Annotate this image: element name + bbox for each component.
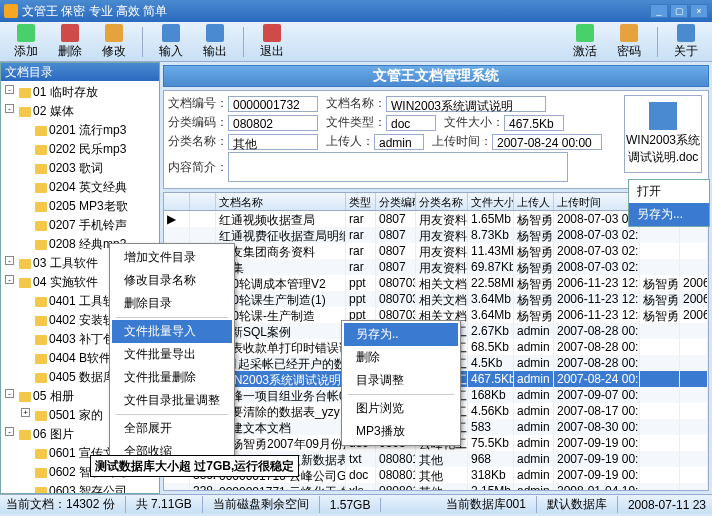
tree-item[interactable]: 0201 流行mp3	[3, 121, 157, 140]
tb-add[interactable]: 添加	[6, 22, 46, 62]
menu-item[interactable]: 修改目录名称	[112, 269, 232, 292]
tb-password[interactable]: 密码	[609, 22, 649, 62]
folder-icon	[35, 487, 47, 493]
menu-item[interactable]: MP3播放	[344, 420, 458, 443]
tb-in[interactable]: 输入	[151, 22, 191, 62]
menu-item[interactable]: 文件批量导入	[112, 320, 232, 343]
delete-icon	[61, 24, 79, 42]
folder-icon	[19, 88, 31, 98]
tb-delete[interactable]: 删除	[50, 22, 90, 62]
table-row[interactable]: 用友集团商务资料rar0807用友资料11.43Mb杨智勇2008-07-03 …	[164, 243, 708, 259]
maximize-button[interactable]: ▢	[670, 4, 688, 18]
folder-icon	[35, 145, 47, 155]
folder-icon	[35, 183, 47, 193]
info-panel: 文档编号：0000001732 文档名称：WIN2003系统调试说明 分类编码：…	[163, 90, 709, 189]
folder-icon	[19, 107, 31, 117]
folder-icon	[19, 259, 31, 269]
preview-box[interactable]: WIN2003系统调试说明.doc	[624, 95, 702, 173]
tb-about[interactable]: 关于	[666, 22, 706, 62]
doc-name-value: WIN2003系统调试说明	[386, 96, 546, 112]
folder-icon	[35, 297, 47, 307]
folder-icon	[35, 373, 47, 383]
folder-icon	[35, 316, 47, 326]
app-banner: 文管王文档管理系统	[163, 65, 709, 87]
folder-icon	[35, 335, 47, 345]
tree-item[interactable]: -01 临时存放	[3, 83, 157, 102]
folder-icon	[35, 411, 47, 421]
tb-activate[interactable]: 激活	[565, 22, 605, 62]
folder-icon	[35, 202, 47, 212]
table-row[interactable]: 33840000001771 云峰化工-物流系统流程设计xls080801其他2…	[164, 483, 708, 491]
table-row[interactable]: 86集rar0807用友资料69.87Kb杨智勇2008-07-03 02:04	[164, 259, 708, 275]
desc-value	[228, 152, 568, 182]
sidebar-header: 文档目录	[1, 63, 159, 81]
tree-item[interactable]: -02 媒体	[3, 102, 157, 121]
window-title: 文管王 保密 专业 高效 简单	[22, 3, 650, 20]
menu-item[interactable]: 删除目录	[112, 292, 232, 315]
preview-actions: 打开 另存为...	[628, 179, 710, 227]
menu-item[interactable]: 增加文件目录	[112, 246, 232, 269]
statusbar: 当前文档：14302 份 共 7.11GB 当前磁盘剩余空间 1.57GB 当前…	[0, 494, 712, 514]
app-icon	[4, 4, 18, 18]
menu-item[interactable]: 图片浏览	[344, 397, 458, 420]
folder-icon	[19, 392, 31, 402]
add-icon	[17, 24, 35, 42]
info-icon	[677, 24, 695, 42]
folder-icon	[35, 126, 47, 136]
menu-item[interactable]: 目录调整	[344, 369, 458, 392]
folder-icon	[35, 164, 47, 174]
minimize-button[interactable]: _	[650, 4, 668, 18]
key-icon	[576, 24, 594, 42]
tree-item[interactable]: 0205 MP3老歌	[3, 197, 157, 216]
menu-item[interactable]: 文件批量导出	[112, 343, 232, 366]
menu-item[interactable]: 删除	[344, 346, 458, 369]
folder-icon	[35, 449, 47, 459]
word-icon	[649, 102, 677, 130]
tree-item[interactable]: 0202 民乐mp3	[3, 140, 157, 159]
lock-icon	[620, 24, 638, 42]
tb-edit[interactable]: 修改	[94, 22, 134, 62]
doc-no-value: 0000001732	[228, 96, 318, 112]
tree-item[interactable]: 0603 智存公司	[3, 482, 157, 493]
table-row[interactable]: 红通视费征收据查局明细表rar0807用友资料8.73Kb杨智勇2008-07-…	[164, 227, 708, 243]
folder-icon	[19, 430, 31, 440]
menu-item[interactable]: 文件目录批量调整	[112, 389, 232, 412]
in-icon	[162, 24, 180, 42]
table-row[interactable]: ▶红通视频收据查局rar0807用友资料1.65Mb杨智勇2008-07-03 …	[164, 211, 708, 227]
row-context-menu[interactable]: 另存为..删除目录调整图片浏览MP3播放	[341, 320, 461, 446]
folder-icon	[35, 354, 47, 364]
table-row[interactable]: 860轮课生产制造(1)ppt080703相关文档3.64Mb杨智勇2006-1…	[164, 291, 708, 307]
tree-item[interactable]: 0203 歌词	[3, 159, 157, 178]
table-row[interactable]: 860轮调成本管理V2ppt080703相关文档22.58Mb杨智勇2006-1…	[164, 275, 708, 291]
tb-exit[interactable]: 退出	[252, 22, 292, 62]
exit-icon	[263, 24, 281, 42]
out-icon	[206, 24, 224, 42]
tb-out[interactable]: 输出	[195, 22, 235, 62]
action-open[interactable]: 打开	[629, 180, 709, 203]
menu-item[interactable]: 文件批量删除	[112, 366, 232, 389]
annotation-overlay: 测试数据库大小超 过7GB,运行很稳定	[90, 455, 299, 477]
doc-no-label: 文档编号：	[168, 95, 228, 112]
folder-icon	[35, 468, 47, 478]
tree-item[interactable]: 0204 英文经典	[3, 178, 157, 197]
table-header: 文档名称类型分类编码分类名称文件大小上传人上传时间更改人	[164, 193, 708, 211]
doc-name-label: 文档名称：	[326, 95, 386, 112]
menu-item[interactable]: 全部展开	[112, 417, 232, 440]
folder-icon	[35, 240, 47, 250]
tree-item[interactable]: 0207 手机铃声	[3, 216, 157, 235]
folder-icon	[35, 221, 47, 231]
close-button[interactable]: ×	[690, 4, 708, 18]
edit-icon	[105, 24, 123, 42]
tree-context-menu[interactable]: 增加文件目录修改目录名称删除目录文件批量导入文件批量导出文件批量删除文件目录批量…	[109, 243, 235, 466]
menu-item[interactable]: 另存为..	[344, 323, 458, 346]
action-saveas[interactable]: 另存为...	[629, 203, 709, 226]
toolbar: 添加 删除 修改 输入 输出 退出 激活 密码 关于	[0, 22, 712, 62]
folder-icon	[19, 278, 31, 288]
